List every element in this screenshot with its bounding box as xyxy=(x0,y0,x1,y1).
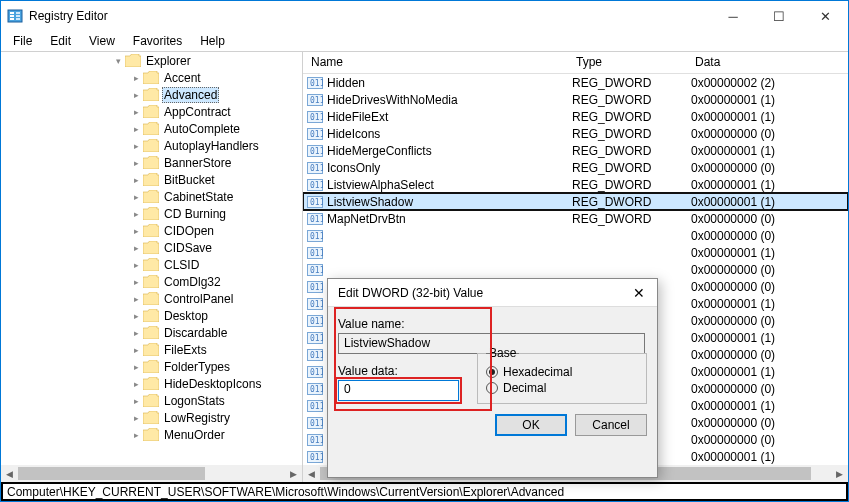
tree-item[interactable]: ▸BitBucket xyxy=(1,171,302,188)
expand-icon[interactable]: ▸ xyxy=(129,209,143,219)
scroll-left-icon[interactable]: ◀ xyxy=(303,465,320,482)
expand-icon[interactable]: ▸ xyxy=(129,260,143,270)
tree-item[interactable]: ▸BannerStore xyxy=(1,154,302,171)
tree-item[interactable]: ▸AutoComplete xyxy=(1,120,302,137)
expand-icon[interactable]: ▸ xyxy=(129,396,143,406)
menu-edit[interactable]: Edit xyxy=(42,32,79,50)
list-row[interactable]: 011ListviewShadowREG_DWORD0x00000001 (1) xyxy=(303,193,848,210)
tree-item[interactable]: ▸LogonStats xyxy=(1,392,302,409)
list-row[interactable]: 011HideDrivesWithNoMediaREG_DWORD0x00000… xyxy=(303,91,848,108)
menu-favorites[interactable]: Favorites xyxy=(125,32,190,50)
value-data: 0x00000000 (0) xyxy=(691,416,775,430)
scroll-right-icon[interactable]: ▶ xyxy=(831,465,848,482)
value-data: 0x00000000 (0) xyxy=(691,212,775,226)
expand-icon[interactable]: ▸ xyxy=(129,413,143,423)
expand-icon[interactable]: ▸ xyxy=(129,158,143,168)
expand-icon[interactable]: ▸ xyxy=(129,294,143,304)
expand-icon[interactable]: ▸ xyxy=(129,379,143,389)
edit-dword-dialog: Edit DWORD (32-bit) Value ✕ Value name: … xyxy=(327,278,658,478)
tree-item[interactable]: ▸CLSID xyxy=(1,256,302,273)
expand-icon[interactable]: ▸ xyxy=(129,328,143,338)
expand-icon[interactable]: ▸ xyxy=(129,226,143,236)
expand-icon[interactable]: ▸ xyxy=(129,73,143,83)
expand-icon[interactable]: ▸ xyxy=(129,107,143,117)
menu-view[interactable]: View xyxy=(81,32,123,50)
tree-item[interactable]: ▾Explorer xyxy=(1,52,302,69)
list-row[interactable]: 0110x00000000 (0) xyxy=(303,261,848,278)
ok-button[interactable]: OK xyxy=(495,414,567,436)
col-data[interactable]: Data xyxy=(687,52,848,73)
expand-icon[interactable]: ▸ xyxy=(129,175,143,185)
list-row[interactable]: 011HideMergeConflictsREG_DWORD0x00000001… xyxy=(303,142,848,159)
svg-text:011: 011 xyxy=(310,419,323,428)
list-row[interactable]: 011IconsOnlyREG_DWORD0x00000000 (0) xyxy=(303,159,848,176)
col-type[interactable]: Type xyxy=(568,52,687,73)
value-name: IconsOnly xyxy=(327,161,380,175)
svg-rect-2 xyxy=(10,15,14,17)
list-row[interactable]: 011HideFileExtREG_DWORD0x00000001 (1) xyxy=(303,108,848,125)
expand-icon[interactable]: ▸ xyxy=(129,362,143,372)
tree-item[interactable]: ▸MenuOrder xyxy=(1,426,302,443)
tree-item[interactable]: ▸AppContract xyxy=(1,103,302,120)
expand-icon[interactable]: ▸ xyxy=(129,345,143,355)
titlebar: Registry Editor ─ ☐ ✕ xyxy=(1,1,848,31)
tree-item[interactable]: ▸CIDOpen xyxy=(1,222,302,239)
menu-help[interactable]: Help xyxy=(192,32,233,50)
svg-text:011: 011 xyxy=(310,147,323,156)
tree-item[interactable]: ▸ControlPanel xyxy=(1,290,302,307)
scroll-left-icon[interactable]: ◀ xyxy=(1,465,18,482)
tree-item[interactable]: ▸Advanced xyxy=(1,86,302,103)
value-type: REG_DWORD xyxy=(572,76,651,90)
value-data: 0x00000000 (0) xyxy=(691,348,775,362)
radio-hex[interactable]: Hexadecimal xyxy=(486,365,638,379)
list-row[interactable]: 011MapNetDrvBtnREG_DWORD0x00000000 (0) xyxy=(303,210,848,227)
col-name[interactable]: Name xyxy=(303,52,568,73)
expand-icon[interactable]: ▸ xyxy=(129,311,143,321)
tree-item[interactable]: ▸FileExts xyxy=(1,341,302,358)
tree-hscroll[interactable]: ◀ ▶ xyxy=(1,465,302,482)
tree-item[interactable]: ▸FolderTypes xyxy=(1,358,302,375)
tree-item[interactable]: ▸Discardable xyxy=(1,324,302,341)
expand-icon[interactable]: ▸ xyxy=(129,141,143,151)
radio-dec[interactable]: Decimal xyxy=(486,381,638,395)
tree-label: AutoComplete xyxy=(162,122,242,136)
scroll-right-icon[interactable]: ▶ xyxy=(285,465,302,482)
menu-file[interactable]: File xyxy=(5,32,40,50)
list-row[interactable]: 0110x00000001 (1) xyxy=(303,244,848,261)
close-icon[interactable]: ✕ xyxy=(625,285,653,301)
base-group: Base Hexadecimal Decimal xyxy=(477,346,647,404)
scroll-thumb[interactable] xyxy=(18,467,205,480)
svg-rect-1 xyxy=(10,12,14,14)
tree-item[interactable]: ▸Accent xyxy=(1,69,302,86)
expand-icon[interactable]: ▸ xyxy=(129,192,143,202)
tree-label: Advanced xyxy=(162,87,219,103)
expand-icon[interactable]: ▸ xyxy=(129,277,143,287)
tree-item[interactable]: ▸AutoplayHandlers xyxy=(1,137,302,154)
expand-icon[interactable]: ▸ xyxy=(129,124,143,134)
tree-item[interactable]: ▸ComDlg32 xyxy=(1,273,302,290)
tree-label: CIDSave xyxy=(162,241,214,255)
value-name: HideIcons xyxy=(327,127,380,141)
list-row[interactable]: 011ListviewAlphaSelectREG_DWORD0x0000000… xyxy=(303,176,848,193)
list-row[interactable]: 011HideIconsREG_DWORD0x00000000 (0) xyxy=(303,125,848,142)
value-type: REG_DWORD xyxy=(572,110,651,124)
tree-item[interactable]: ▸Desktop xyxy=(1,307,302,324)
tree-label: HideDesktopIcons xyxy=(162,377,263,391)
tree-item[interactable]: ▸CabinetState xyxy=(1,188,302,205)
tree-item[interactable]: ▸HideDesktopIcons xyxy=(1,375,302,392)
tree-item[interactable]: ▸LowRegistry xyxy=(1,409,302,426)
cancel-button[interactable]: Cancel xyxy=(575,414,647,436)
expand-icon[interactable]: ▸ xyxy=(129,430,143,440)
list-row[interactable]: 011HiddenREG_DWORD0x00000002 (2) xyxy=(303,74,848,91)
minimize-button[interactable]: ─ xyxy=(710,1,756,31)
close-button[interactable]: ✕ xyxy=(802,1,848,31)
maximize-button[interactable]: ☐ xyxy=(756,1,802,31)
tree-item[interactable]: ▸CD Burning xyxy=(1,205,302,222)
tree-item[interactable]: ▸CIDSave xyxy=(1,239,302,256)
expand-icon[interactable]: ▸ xyxy=(129,243,143,253)
expand-icon[interactable]: ▸ xyxy=(129,90,143,100)
collapse-icon[interactable]: ▾ xyxy=(111,56,125,66)
list-row[interactable]: 0110x00000000 (0) xyxy=(303,227,848,244)
value-data: 0x00000000 (0) xyxy=(691,161,775,175)
value-data: 0x00000000 (0) xyxy=(691,433,775,447)
